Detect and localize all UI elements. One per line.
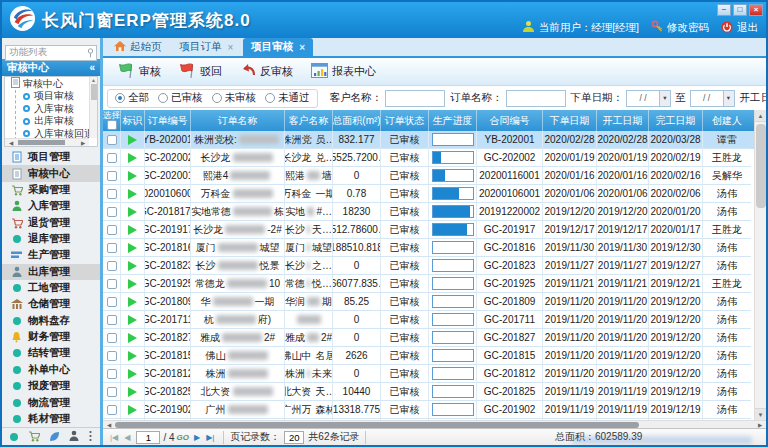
order-name-input[interactable] <box>506 90 566 107</box>
table-row[interactable]: GC-201827雅成2#雅成2#0已审核GC-2018272019/11/20… <box>103 329 754 347</box>
leaf-icon[interactable] <box>49 428 60 446</box>
radio-icon[interactable] <box>212 93 222 103</box>
vscroll-thumb[interactable] <box>756 124 766 208</box>
tab-close-icon[interactable]: × <box>228 42 234 53</box>
calendar-dropdown-icon[interactable]: ▾ <box>723 91 734 106</box>
sidebar-item[interactable]: 物料盘存 <box>2 313 100 329</box>
sidebar-item[interactable]: 采购管理 <box>2 182 100 198</box>
minimize-button[interactable]: − <box>717 4 731 16</box>
sidebar-item[interactable]: 补单中心 <box>2 362 100 378</box>
status-radio-1[interactable]: 全部 <box>115 91 149 105</box>
collapse-icon[interactable]: « <box>89 62 95 73</box>
row-checkbox[interactable] <box>107 315 117 325</box>
sidebar-item[interactable]: 物流管理 <box>2 394 100 410</box>
more-icon[interactable] <box>88 428 93 446</box>
row-checkbox[interactable] <box>107 297 117 307</box>
reject-button[interactable]: 驳回 <box>170 60 231 84</box>
row-checkbox[interactable] <box>107 369 117 379</box>
table-row[interactable]: GC-201815佛山佛山中名居2626已审核GC-2018152019/11/… <box>103 347 754 365</box>
scroll-up-button[interactable]: ▲ <box>755 110 767 122</box>
order-date-to-picker[interactable]: / /▾ <box>690 90 735 107</box>
sidebar-item[interactable]: 审核中心 <box>2 165 100 181</box>
page-size-input[interactable] <box>284 431 304 444</box>
scroll-left-button[interactable]: ◀ <box>103 422 115 428</box>
sidebar-item[interactable]: 耗材管理 <box>2 411 100 427</box>
tree-hscroll-thumb[interactable] <box>18 140 65 145</box>
sidebar-item[interactable]: 入库管理 <box>2 198 100 214</box>
table-row[interactable]: GC-201711杭府)0已审核GC-2017112019/11/202019/… <box>103 311 754 329</box>
first-page-button[interactable]: |◀ <box>107 433 121 442</box>
go-button[interactable]: GO <box>177 433 189 442</box>
vertical-scrollbar[interactable]: ▲ ▼ <box>754 110 766 420</box>
sidebar-item[interactable]: 结转管理 <box>2 345 100 361</box>
radio-icon[interactable] <box>265 93 275 103</box>
tree-vertical-scrollbar[interactable]: ▲ <box>89 77 97 138</box>
table-row[interactable]: GC-201823长沙悦景长沙之…0已审核GC-2018232019/11/27… <box>103 257 754 275</box>
sidebar-item[interactable]: 工地管理 <box>2 280 100 296</box>
tab-1[interactable]: 起始页 <box>106 38 170 56</box>
report-center-button[interactable]: 报表中心 <box>302 60 385 83</box>
approve-button[interactable]: 审核 <box>109 60 170 84</box>
row-checkbox[interactable] <box>107 333 117 343</box>
select-all-checkbox[interactable] <box>107 120 117 130</box>
customer-name-input[interactable] <box>385 90 445 107</box>
row-checkbox[interactable] <box>107 171 117 181</box>
table-row[interactable]: 20200106001万科金万科金一期0.78已审核20200106001202… <box>103 185 754 203</box>
row-checkbox[interactable] <box>107 405 117 415</box>
status-radio-2[interactable]: 已审核 <box>158 91 203 105</box>
tree-item[interactable]: 项目审核 <box>16 90 97 103</box>
page-number-input[interactable] <box>136 431 160 444</box>
horizontal-scrollbar[interactable]: ◀ ▶ <box>103 420 766 428</box>
row-checkbox[interactable] <box>107 279 117 289</box>
row-checkbox[interactable] <box>107 189 117 199</box>
row-checkbox[interactable] <box>107 387 117 397</box>
prev-page-button[interactable]: ◀ <box>121 433 133 442</box>
table-row[interactable]: GC-201825北大资北大资天…10440已审核GC-2018252019/1… <box>103 383 754 401</box>
person-icon[interactable] <box>69 428 79 446</box>
table-row[interactable]: GC-201812株洲株洲未来0已审核GC-2018122019/11/2020… <box>103 365 754 383</box>
sidebar-item[interactable]: 项目管理 <box>2 149 100 165</box>
tree-item[interactable]: 入库审核 <box>16 103 97 116</box>
row-checkbox[interactable] <box>107 225 117 235</box>
tab-2[interactable]: 项目订单× <box>172 38 242 56</box>
row-checkbox[interactable] <box>107 135 117 145</box>
scroll-down-button[interactable]: ▼ <box>755 408 767 420</box>
hscroll-thumb[interactable] <box>115 422 639 428</box>
radio-icon[interactable] <box>115 93 125 103</box>
tree-root[interactable]: 审核中心 <box>5 77 97 90</box>
calendar-dropdown-icon[interactable]: ▾ <box>659 91 670 106</box>
table-row[interactable]: GC-201925常德龙10常德悦…266077.835…已审核GC-20192… <box>103 275 754 293</box>
tab-close-icon[interactable]: × <box>299 42 305 53</box>
tree-horizontal-scrollbar[interactable]: ◀▶ <box>5 138 89 146</box>
row-checkbox[interactable] <box>107 243 117 253</box>
sidebar-item[interactable]: 退货管理 <box>2 214 100 230</box>
sidebar-item[interactable]: 仓储管理 <box>2 296 100 312</box>
change-password-link[interactable]: 修改密码 <box>651 20 709 35</box>
row-checkbox[interactable] <box>107 261 117 271</box>
dot-icon[interactable] <box>9 428 19 446</box>
table-row[interactable]: GC-201809华一期华润期85.25已审核GC-2018092019/11/… <box>103 293 754 311</box>
table-row[interactable]: GC-202002长沙龙长沙龙兑…65525.7200…已审核GC-202002… <box>103 149 754 167</box>
tree-item[interactable]: 出库审核 <box>16 115 97 128</box>
logout-link[interactable]: 退出 <box>721 21 758 35</box>
sidebar-item[interactable]: 退库管理 <box>2 231 100 247</box>
row-checkbox[interactable] <box>107 153 117 163</box>
table-row[interactable]: GC-201902广州广州万森林13318.775已审核GC-201902201… <box>103 401 754 419</box>
sidebar-item[interactable]: 财务管理 <box>2 329 100 345</box>
pin-icon[interactable] <box>87 44 94 62</box>
cart-icon[interactable] <box>28 428 40 446</box>
table-row[interactable]: YB-202001株洲党校:株洲党员…832.177已审核YB-20200120… <box>103 131 754 149</box>
sidebar-item[interactable]: 生产管理 <box>2 247 100 263</box>
table-row[interactable]: GC-201917长沙龙-2#长沙天…8512.78600…已审核GC-2019… <box>103 221 754 239</box>
scroll-right-button[interactable]: ▶ <box>754 422 766 428</box>
status-radio-4[interactable]: 未通过 <box>265 91 310 105</box>
close-button[interactable]: × <box>749 4 763 16</box>
next-page-button[interactable]: ▶ <box>191 433 203 442</box>
row-checkbox[interactable] <box>107 207 117 217</box>
table-row[interactable]: GC-201816厦门城望厦门城望188510.818已审核GC-2018162… <box>103 239 754 257</box>
table-row[interactable]: GC-2018178实地常德栋实地#…18230已审核2019122000220… <box>103 203 754 221</box>
unapprove-button[interactable]: 反审核 <box>231 60 302 83</box>
tree-vscroll-thumb[interactable] <box>91 84 97 100</box>
last-page-button[interactable]: ▶| <box>203 433 217 442</box>
radio-icon[interactable] <box>158 93 168 103</box>
